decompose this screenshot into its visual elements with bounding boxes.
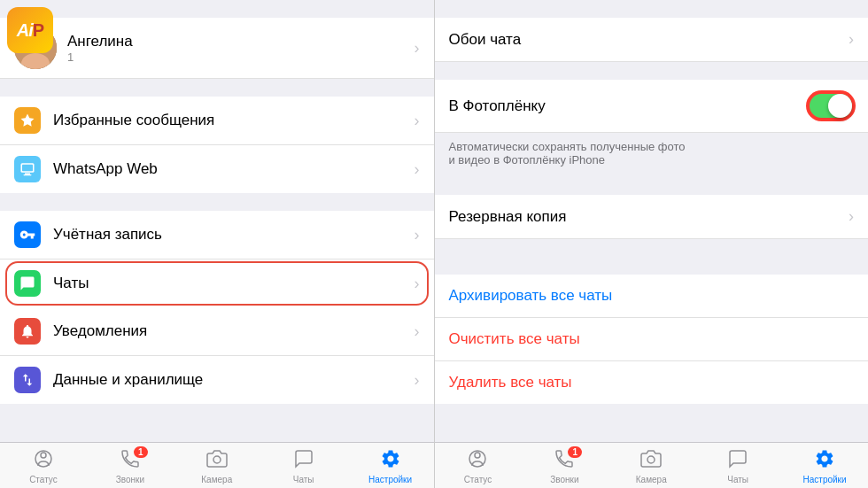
tab-settings-left[interactable]: Настройки [347,448,434,484]
svg-rect-6 [24,174,32,175]
status-icon-left [33,448,54,473]
status-icon-right [467,448,488,473]
tab-calls-right[interactable]: 1 Звонки [521,448,608,484]
archive-all-label: Архивировать все чаты [449,287,855,305]
chats-tab-label-left: Чаты [293,475,314,484]
backup-label: Резервная копия [449,208,849,226]
svg-point-9 [213,456,221,463]
chat-icon [14,270,41,297]
settings-label-left: Настройки [368,475,412,484]
clear-all-label: Очистить все чаты [449,330,855,348]
data-icon [14,367,41,393]
svg-point-12 [647,456,655,463]
tab-status-left[interactable]: Статус [0,448,87,484]
calls-badge-right: 1 [568,446,582,458]
star-icon [14,107,41,134]
calls-label-left: Звонки [116,475,144,484]
tab-settings-right[interactable]: Настройки [781,448,868,484]
photo-roll-label: В Фотоплёнку [449,97,809,115]
camera-icon-left [206,448,228,473]
status-label-left: Статус [29,475,58,484]
toggle-knob [828,94,852,118]
section-account-etc: Учётная запись › Чаты › [0,211,434,404]
tab-camera-left[interactable]: Камера [174,448,260,484]
settings-icon-left [380,448,401,473]
monitor-icon [14,156,41,182]
settings-item-archive-all[interactable]: Архивировать все чаты [435,275,869,318]
wallpaper-label: Обои чата [449,31,849,49]
profile-name: Ангелина [67,33,415,50]
starred-chevron: › [415,112,420,130]
profile-sub: 1 [67,50,415,64]
photo-roll-toggle[interactable] [808,92,854,120]
bell-icon [14,318,41,345]
section-wallpaper: Обои чата › [435,18,869,62]
key-icon [14,221,41,248]
starred-label: Избранные сообщения [53,112,415,129]
menu-item-chats-wrapper: Чаты › [0,259,434,307]
svg-point-11 [475,453,480,458]
settings-item-clear-all[interactable]: Очистить все чаты [435,318,869,361]
tab-status-right[interactable]: Статус [435,448,522,484]
section-backup: Резервная копия › [435,195,869,239]
whatsapp-web-label: WhatsApp Web [53,160,415,178]
section-actions: Архивировать все чаты Очистить все чаты … [435,275,869,404]
whatsapp-web-chevron: › [415,160,420,179]
calls-badge-left: 1 [134,446,148,458]
tab-chats-left[interactable]: Чаты [260,448,347,484]
chats-chevron: › [415,275,420,293]
camera-label-left: Камера [201,475,232,484]
right-tab-bar: Статус 1 Звонки Камера [435,442,869,488]
menu-item-data[interactable]: Данные и хранилище › [0,356,434,404]
chats-tab-icon-left [293,448,314,473]
svg-rect-5 [25,174,30,175]
menu-item-account[interactable]: Учётная запись › [0,211,434,259]
notifications-label: Уведомления [53,322,415,340]
delete-all-label: Удалить все чаты [449,374,855,391]
photo-roll-desc: Автоматически сохранять полученные фотои… [435,133,869,177]
settings-icon-right [814,448,835,473]
settings-label-right: Настройки [803,475,847,484]
camera-icon-right [640,448,662,473]
settings-item-photo-roll[interactable]: В Фотоплёнку [435,80,869,133]
tab-calls-left[interactable]: 1 Звонки [87,448,174,484]
svg-point-8 [41,453,46,458]
svg-rect-4 [22,165,33,172]
left-panel: Ангелина 1 › Избранные сообщения › [0,0,434,488]
data-label: Данные и хранилище [53,371,415,389]
section-starred-web: Избранные сообщения › WhatsApp Web › [0,97,434,193]
chats-tab-icon-right [727,448,748,473]
wallpaper-chevron: › [849,30,854,49]
section-photo-roll: В Фотоплёнку Автоматически сохранять пол… [435,80,869,177]
settings-item-backup[interactable]: Резервная копия › [435,195,869,239]
account-label: Учётная запись [53,226,415,244]
aip-logo: AiP [7,7,53,53]
status-label-right: Статус [464,475,492,484]
settings-item-delete-all[interactable]: Удалить все чаты [435,361,869,404]
menu-item-starred[interactable]: Избранные сообщения › [0,97,434,145]
menu-item-whatsapp-web[interactable]: WhatsApp Web › [0,145,434,193]
chats-tab-label-right: Чаты [727,475,748,484]
camera-label-right: Камера [636,475,667,484]
menu-item-chats[interactable]: Чаты › [0,259,434,307]
left-tab-bar: Статус 1 Звонки Камера [0,442,434,488]
tab-chats-right[interactable]: Чаты [694,448,781,484]
backup-chevron: › [849,207,854,226]
account-chevron: › [415,226,420,244]
menu-item-notifications[interactable]: Уведомления › [0,307,434,356]
settings-item-wallpaper[interactable]: Обои чата › [435,18,869,62]
calls-label-right: Звонки [550,475,578,484]
right-panel: Обои чата › В Фотоплёнку Автоматически с… [434,0,869,488]
profile-row[interactable]: Ангелина 1 › [0,18,434,79]
profile-info: Ангелина 1 [67,33,415,64]
chats-label: Чаты [53,275,415,292]
tab-camera-right[interactable]: Камера [608,448,694,484]
notifications-chevron: › [415,322,420,341]
data-chevron: › [415,371,420,390]
profile-chevron: › [415,39,420,58]
